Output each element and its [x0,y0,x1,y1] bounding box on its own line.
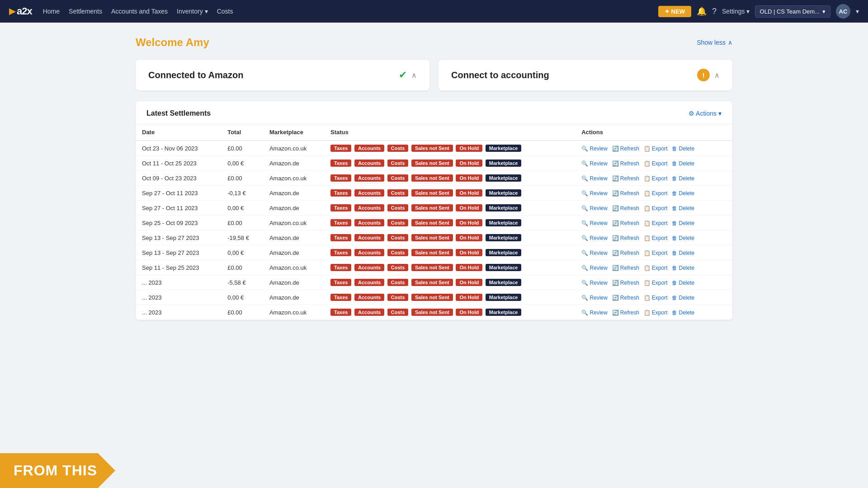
refresh-link[interactable]: 🔄 Refresh [612,145,639,152]
table-row: Oct 09 - Oct 23 2023 £0.00 Amazon.co.uk … [136,171,732,186]
cell-status: Taxes Accounts Costs Sales not Sent On H… [324,290,575,305]
delete-link[interactable]: 🗑 Delete [672,280,694,286]
review-link[interactable]: 🔍 Review [581,310,608,316]
review-link[interactable]: 🔍 Review [581,175,608,182]
delete-link[interactable]: 🗑 Delete [672,160,694,167]
chevron-up-icon[interactable]: ∧ [714,71,720,80]
export-link[interactable]: 📋 Export [644,280,668,286]
refresh-link[interactable]: 🔄 Refresh [612,310,639,316]
help-icon[interactable]: ? [712,7,717,16]
refresh-link[interactable]: 🔄 Refresh [612,280,639,286]
review-link[interactable]: 🔍 Review [581,280,608,286]
delete-link[interactable]: 🗑 Delete [672,295,694,301]
badge-taxes: Taxes [330,219,351,226]
export-link[interactable]: 📋 Export [644,220,668,226]
settlements-table: Date Total Marketplace Status Actions Oc… [136,124,732,320]
badge-costs: Costs [387,279,409,286]
logo-arrow: ▶ [9,6,15,16]
review-link[interactable]: 🔍 Review [581,295,608,301]
cell-total: 0,00 € [221,201,263,216]
delete-link[interactable]: 🗑 Delete [672,175,694,182]
nav-home[interactable]: Home [43,8,60,15]
cell-actions: 🔍 Review 🔄 Refresh 📋 Export 🗑 Delete [575,230,732,245]
col-total: Total [221,124,263,141]
bell-icon[interactable]: 🔔 [697,6,707,16]
review-link[interactable]: 🔍 Review [581,145,608,152]
export-link[interactable]: 📋 Export [644,160,668,167]
export-link[interactable]: 📋 Export [644,250,668,256]
refresh-link[interactable]: 🔄 Refresh [612,250,639,256]
cell-total: £0.00 [221,216,263,230]
badge-sales-not-sent: Sales not Sent [411,294,453,301]
account-selector[interactable]: OLD | CS Team Dem... ▾ [755,5,830,18]
refresh-link[interactable]: 🔄 Refresh [612,220,639,226]
badge-sales-not-sent: Sales not Sent [411,249,453,256]
delete-link[interactable]: 🗑 Delete [672,220,694,226]
review-link[interactable]: 🔍 Review [581,220,608,226]
actions-dropdown-button[interactable]: ⚙ Actions ▾ [689,110,722,117]
logo[interactable]: ▶ a2x [9,5,32,17]
cell-total: £0.00 [221,305,263,320]
cell-date: Sep 25 - Oct 09 2023 [136,216,221,230]
badge-marketplace: Marketplace [486,174,522,182]
badge-costs: Costs [387,309,409,316]
badge-accounts: Accounts [354,279,384,286]
nav-inventory[interactable]: Inventory ▾ [177,8,208,15]
refresh-link[interactable]: 🔄 Refresh [612,235,639,241]
export-link[interactable]: 📋 Export [644,265,668,271]
export-link[interactable]: 📋 Export [644,145,668,152]
cell-marketplace: Amazon.co.uk [263,216,324,230]
nav-costs[interactable]: Costs [217,8,233,15]
cell-status: Taxes Accounts Costs Sales not Sent On H… [324,230,575,245]
delete-link[interactable]: 🗑 Delete [672,190,694,197]
badge-costs: Costs [387,145,409,152]
review-link[interactable]: 🔍 Review [581,265,608,271]
refresh-link[interactable]: 🔄 Refresh [612,175,639,182]
export-link[interactable]: 📋 Export [644,190,668,197]
show-less-button[interactable]: Show less ∧ [697,39,732,46]
table-row: Oct 23 - Nov 06 2023 £0.00 Amazon.co.uk … [136,141,732,156]
badge-costs: Costs [387,174,409,182]
badge-sales-not-sent: Sales not Sent [411,309,453,316]
delete-link[interactable]: 🗑 Delete [672,205,694,211]
welcome-row: Welcome Amy Show less ∧ [136,36,732,49]
refresh-link[interactable]: 🔄 Refresh [612,205,639,211]
badge-costs: Costs [387,204,409,211]
badge-marketplace: Marketplace [486,309,522,316]
review-link[interactable]: 🔍 Review [581,250,608,256]
review-link[interactable]: 🔍 Review [581,205,608,211]
accounting-card: Connect to accounting ! ∧ [439,60,732,90]
export-link[interactable]: 📋 Export [644,310,668,316]
delete-link[interactable]: 🗑 Delete [672,145,694,152]
export-link[interactable]: 📋 Export [644,205,668,211]
badge-sales-not-sent: Sales not Sent [411,264,453,271]
review-link[interactable]: 🔍 Review [581,235,608,241]
nav-settlements[interactable]: Settlements [69,8,102,15]
export-link[interactable]: 📋 Export [644,175,668,182]
refresh-link[interactable]: 🔄 Refresh [612,295,639,301]
cell-actions: 🔍 Review 🔄 Refresh 📋 Export 🗑 Delete [575,141,732,156]
cell-status: Taxes Accounts Costs Sales not Sent On H… [324,156,575,171]
chevron-up-icon[interactable]: ∧ [411,71,417,80]
cell-marketplace: Amazon.de [263,201,324,216]
settings-dropdown[interactable]: Settings ▾ [722,8,750,15]
refresh-link[interactable]: 🔄 Refresh [612,190,639,197]
delete-link[interactable]: 🗑 Delete [672,310,694,316]
review-link[interactable]: 🔍 Review [581,190,608,197]
nav-accounts[interactable]: Accounts and Taxes [111,8,168,15]
review-link[interactable]: 🔍 Review [581,160,608,167]
badge-on-hold: On Hold [456,219,482,226]
nav-links: Home Settlements Accounts and Taxes Inve… [43,8,233,15]
new-button[interactable]: ✦ NEW [658,6,691,17]
export-link[interactable]: 📋 Export [644,295,668,301]
cell-marketplace: Amazon.de [263,275,324,290]
refresh-link[interactable]: 🔄 Refresh [612,265,639,271]
avatar-button[interactable]: AC [836,4,850,19]
delete-link[interactable]: 🗑 Delete [672,265,694,271]
delete-link[interactable]: 🗑 Delete [672,250,694,256]
amazon-card: Connected to Amazon ✔ ∧ [136,60,429,90]
cell-date: Sep 11 - Sep 25 2023 [136,260,221,275]
export-link[interactable]: 📋 Export [644,235,668,241]
refresh-link[interactable]: 🔄 Refresh [612,160,639,167]
delete-link[interactable]: 🗑 Delete [672,235,694,241]
